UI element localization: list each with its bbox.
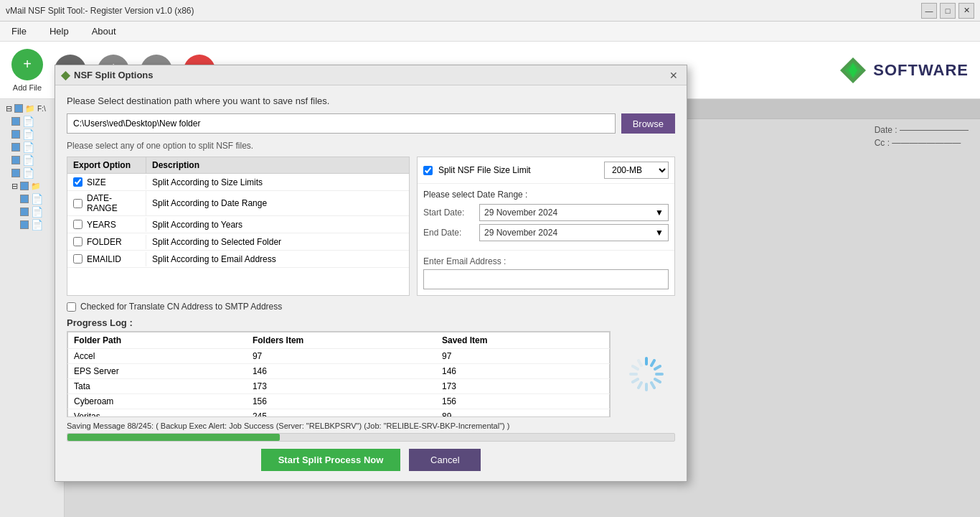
tree-checkbox-3[interactable] — [11, 143, 20, 152]
cell-saved-item: 173 — [436, 379, 609, 394]
add-file-label: Add File — [13, 83, 42, 92]
add-icon: + — [23, 56, 32, 73]
col-folder-path: Folder Path — [68, 332, 247, 349]
tree-checkbox-7[interactable] — [20, 195, 29, 203]
email-section: Enter Email Address : — [418, 251, 674, 295]
minimize-button[interactable]: — — [921, 3, 937, 19]
tree-checkbox-5[interactable] — [11, 169, 20, 177]
progress-log-area: Folder Path Folders Item Saved Item Acce… — [67, 331, 675, 417]
path-row: Browse — [67, 113, 675, 134]
svg-line-4 — [651, 360, 654, 365]
translate-row: Checked for Translate CN Address to SMTP… — [67, 302, 675, 312]
emailid-checkbox[interactable] — [73, 254, 83, 264]
end-date-input[interactable]: 29 November 2024 ▼ — [479, 224, 669, 241]
logo-icon — [839, 56, 867, 85]
daterange-checkbox[interactable] — [73, 199, 83, 208]
loading-spinner — [625, 353, 668, 396]
start-date-row: Start Date: 29 November 2024 ▼ — [423, 204, 669, 221]
date-line: Date : ———————— — [875, 125, 969, 135]
start-split-button[interactable]: Start Split Process Now — [261, 449, 401, 471]
calendar-icon-end[interactable]: ▼ — [655, 228, 664, 238]
cell-folder: EPS Server — [68, 364, 247, 379]
progress-log-title: Progress Log : — [67, 317, 675, 328]
tree-item-4[interactable]: 📄 — [9, 154, 61, 167]
end-date-row: End Date: 29 November 2024 ▼ — [423, 224, 669, 241]
start-date-value: 29 November 2024 — [484, 208, 557, 218]
cancel-button[interactable]: Cancel — [409, 449, 481, 471]
nsf-split-dialog: ◆ NSF Split Options ✕ Please Select dest… — [55, 65, 687, 482]
tree-item-2[interactable]: 📄 — [9, 128, 61, 141]
tree-checkbox-9[interactable] — [20, 220, 29, 229]
cell-saved-item: 156 — [436, 394, 609, 409]
title-bar: vMail NSF Split Tool:- Register Version … — [0, 0, 980, 22]
cell-saved-item: 146 — [436, 364, 609, 379]
email-address-input[interactable] — [423, 269, 669, 289]
date-range-section: Please select Date Range : Start Date: 2… — [418, 184, 674, 251]
size-limit-row: Split NSF File Size Limit 200-MB 100-MB … — [418, 157, 674, 184]
progress-table: Folder Path Folders Item Saved Item Acce… — [67, 332, 610, 417]
tree-checkbox-8[interactable] — [20, 208, 29, 216]
size-description: Split According to Size Limits — [146, 175, 409, 190]
translate-checkbox[interactable] — [67, 302, 76, 312]
tree-item-1[interactable]: 📄 — [9, 115, 61, 128]
folder-description: Split According to Selected Folder — [146, 235, 409, 249]
menu-file[interactable]: File — [6, 23, 32, 39]
logo-area: SOFTWARE — [839, 56, 969, 85]
dialog-title-bar: ◆ NSF Split Options ✕ — [55, 65, 687, 85]
table-row: Cyberoam 156 156 — [68, 394, 610, 409]
tree-checkbox-2[interactable] — [11, 130, 20, 139]
export-options-table: Export Option Description SIZE Split Acc… — [67, 157, 410, 296]
progress-bar-container — [67, 433, 675, 442]
action-buttons: Start Split Process Now Cancel — [67, 449, 675, 471]
folder-checkbox[interactable] — [73, 237, 83, 246]
size-limit-select[interactable]: 200-MB 100-MB 500-MB 1-GB — [604, 162, 669, 179]
spinner-container — [618, 331, 675, 417]
cell-folders-item: 156 — [247, 394, 436, 409]
tree-item-6[interactable]: ⊟ 📁 — [9, 180, 61, 192]
browse-button[interactable]: Browse — [621, 113, 675, 134]
destination-path-input[interactable] — [67, 113, 616, 134]
date-range-title: Please select Date Range : — [423, 190, 669, 200]
tree-item-3[interactable]: 📄 — [9, 141, 61, 154]
start-date-input[interactable]: 29 November 2024 ▼ — [479, 204, 669, 221]
dialog-close-button[interactable]: ✕ — [666, 68, 681, 83]
export-row-years: YEARS Split According to Years — [67, 216, 409, 233]
svg-line-8 — [651, 383, 654, 388]
tree-item-5[interactable]: 📄 — [9, 167, 61, 180]
end-date-label: End Date: — [423, 228, 473, 238]
export-col1-header: Export Option — [67, 157, 146, 173]
maximize-button[interactable]: □ — [940, 3, 956, 19]
close-button[interactable]: ✕ — [958, 3, 974, 19]
emailid-description: Split According to Email Address — [146, 252, 409, 266]
calendar-icon[interactable]: ▼ — [655, 208, 664, 218]
svg-line-14 — [639, 360, 641, 365]
svg-line-5 — [655, 366, 660, 369]
options-area: Export Option Description SIZE Split Acc… — [67, 157, 675, 296]
progress-log-section: Progress Log : Folder Path Folders Item … — [67, 317, 675, 417]
menu-about[interactable]: About — [86, 23, 122, 39]
table-row: Veritas 245 89 — [68, 409, 610, 418]
cell-folders-item: 146 — [247, 364, 436, 379]
export-col2-header: Description — [146, 157, 409, 173]
tree-root[interactable]: ⊟ 📁 F:\ — [3, 102, 61, 115]
years-checkbox[interactable] — [73, 220, 83, 229]
emailid-label: EMAILID — [87, 254, 121, 264]
svg-line-10 — [639, 383, 641, 388]
menu-help[interactable]: Help — [44, 23, 75, 39]
export-row-emailid: EMAILID Split According to Email Address — [67, 251, 409, 268]
dialog-logo-icon: ◆ — [61, 68, 70, 82]
svg-line-13 — [633, 366, 638, 369]
tree-checkbox-4[interactable] — [11, 156, 20, 164]
size-limit-checkbox[interactable] — [423, 166, 433, 175]
tree-checkbox-root[interactable] — [14, 104, 23, 113]
end-date-value: 29 November 2024 — [484, 228, 557, 238]
table-row: Tata 173 173 — [68, 379, 610, 394]
size-checkbox[interactable] — [73, 177, 83, 187]
svg-line-11 — [633, 379, 638, 382]
progress-table-container[interactable]: Folder Path Folders Item Saved Item Acce… — [67, 331, 611, 417]
progress-bar-fill — [67, 434, 280, 441]
tree-checkbox-1[interactable] — [11, 117, 20, 126]
folder-label: FOLDER — [87, 237, 122, 247]
add-file-button[interactable]: + Add File — [11, 49, 43, 92]
tree-checkbox-6[interactable] — [20, 182, 29, 190]
